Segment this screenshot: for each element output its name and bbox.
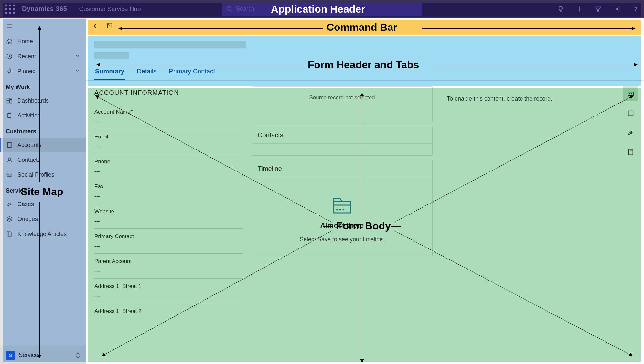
related-pane-tools-button[interactable]	[623, 125, 638, 140]
field-label: Address 1: Street 1	[94, 283, 243, 290]
sidebar-item-label: Home	[17, 38, 33, 45]
section-my-work: My Work	[0, 79, 86, 93]
field-label: Parent Account	[94, 258, 243, 265]
svg-rect-2	[13, 4, 15, 6]
field-label: Account Name*	[94, 109, 243, 115]
svg-rect-5	[13, 8, 15, 10]
tab-summary[interactable]: Summary	[94, 65, 125, 80]
card-icon	[6, 171, 13, 178]
lightbulb-icon[interactable]	[557, 5, 564, 13]
related-pane-knowledge-button[interactable]	[623, 145, 638, 160]
field-value: ---	[94, 218, 243, 225]
sidebar-item-label: Contacts	[17, 157, 40, 163]
sitemap-toggle[interactable]	[0, 18, 86, 34]
app-name[interactable]: Customer Service Hub	[79, 6, 141, 13]
tab-details[interactable]: Details	[136, 65, 157, 80]
form-title-placeholder	[94, 41, 246, 48]
sidebar-item-cases[interactable]: Cases	[0, 197, 86, 212]
field-website[interactable]: Website ---	[94, 204, 243, 229]
svg-rect-3	[5, 8, 7, 10]
clock-icon	[6, 53, 13, 60]
tab-primary-contact[interactable]: Primary Contact	[168, 65, 216, 80]
home-icon	[6, 38, 13, 45]
field-account-name[interactable]: Account Name* ---	[94, 104, 243, 129]
sidebar-item-pinned[interactable]: Pinned	[0, 64, 86, 79]
back-button[interactable]	[89, 20, 102, 32]
field-parent-account[interactable]: Parent Account ---	[94, 254, 243, 279]
svg-point-9	[227, 6, 231, 10]
plus-icon[interactable]	[575, 5, 583, 13]
sidebar-item-contacts[interactable]: Contacts	[0, 152, 86, 167]
svg-point-34	[8, 174, 9, 175]
field-value: ---	[94, 268, 243, 274]
svg-point-43	[339, 209, 341, 211]
svg-point-14	[635, 10, 636, 11]
chevron-down-icon	[75, 53, 80, 60]
sidebar-item-knowledge-articles[interactable]: Knowledge Articles	[0, 226, 86, 241]
related-pane-tab1-button[interactable]	[623, 106, 638, 121]
filter-icon[interactable]	[594, 5, 602, 13]
sidebar-item-label: Social Profiles	[17, 171, 54, 178]
svg-rect-21	[10, 100, 12, 103]
form-subtitle-placeholder	[94, 52, 129, 59]
svg-point-13	[616, 8, 618, 10]
field-value: ---	[94, 168, 243, 175]
command-bar	[86, 18, 644, 34]
sidebar-item-label: Recent	[17, 53, 36, 60]
field-value: ---	[94, 143, 243, 150]
sidebar-item-dashboards[interactable]: Dashboards	[0, 93, 86, 108]
hamburger-icon	[6, 22, 13, 29]
sidebar-item-label: Knowledge Articles	[17, 231, 67, 237]
svg-rect-8	[13, 12, 15, 14]
field-primary-contact[interactable]: Primary Contact ---	[94, 229, 243, 254]
sidebar-item-social-profiles[interactable]: Social Profiles	[0, 167, 86, 182]
sidebar-item-label: Dashboards	[17, 97, 49, 104]
app-launcher-icon[interactable]	[5, 4, 16, 15]
gear-icon[interactable]	[613, 5, 621, 13]
related-pane-assistant-button[interactable]	[623, 86, 638, 101]
area-switcher[interactable]: S Service	[0, 346, 86, 364]
svg-rect-20	[10, 98, 12, 100]
enable-content-message: To enable this content, create the recor…	[441, 86, 638, 105]
sidebar-item-accounts[interactable]: Accounts	[0, 138, 86, 152]
open-in-new-window-button[interactable]	[103, 20, 116, 32]
section-customers: Customers	[0, 123, 86, 138]
svg-rect-6	[5, 12, 7, 14]
field-address-1-street-1[interactable]: Address 1: Street 1 ---	[94, 279, 243, 303]
svg-line-10	[231, 10, 232, 11]
timeline-card: Timeline Almost there Select Save to see…	[252, 160, 433, 256]
brand-name[interactable]: Dynamics 365	[22, 5, 67, 13]
chevron-down-icon	[75, 68, 80, 75]
global-search[interactable]: Search	[222, 3, 422, 16]
field-value: ---	[94, 118, 243, 125]
sidebar-item-recent[interactable]: Recent	[0, 49, 86, 64]
sidebar-item-queues[interactable]: Queues	[0, 212, 86, 226]
field-label: Primary Contact	[94, 233, 243, 240]
field-value: ---	[94, 193, 243, 200]
dashboard-icon	[6, 97, 13, 104]
svg-rect-22	[7, 101, 9, 103]
sidebar-item-home[interactable]: Home	[0, 34, 86, 49]
field-phone[interactable]: Phone ---	[94, 154, 243, 179]
stack-icon	[6, 215, 13, 223]
sidebar-item-label: Activities	[17, 112, 40, 119]
field-email[interactable]: Email ---	[94, 129, 243, 154]
pin-icon	[6, 68, 13, 75]
header-divider	[73, 5, 73, 13]
field-fax[interactable]: Fax ---	[94, 179, 243, 204]
svg-rect-1	[9, 4, 11, 6]
application-header: Dynamics 365 Customer Service Hub Search	[0, 0, 644, 18]
contacts-card[interactable]: Contacts	[252, 127, 433, 156]
area-switcher-badge: S	[6, 351, 15, 360]
timeline-empty-icon	[332, 197, 352, 215]
section-service: Service	[0, 182, 86, 197]
field-address-1-street-2[interactable]: Address 1: Street 2	[94, 303, 243, 322]
search-placeholder: Search	[236, 6, 254, 12]
field-label: Fax	[94, 183, 243, 190]
sidebar-item-activities[interactable]: Activities	[0, 108, 86, 123]
source-record-message: Source record not selected	[252, 87, 432, 116]
person-icon	[6, 156, 13, 163]
help-icon[interactable]	[632, 5, 639, 13]
field-label: Phone	[94, 159, 243, 165]
field-label: Website	[94, 208, 243, 215]
